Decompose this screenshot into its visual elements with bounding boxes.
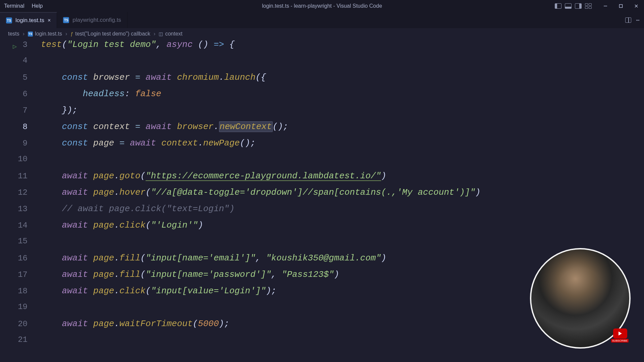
window-controls bbox=[555, 0, 644, 12]
line-number: 5 bbox=[10, 73, 41, 82]
line-number: 6 bbox=[10, 89, 41, 99]
line-number: 9 bbox=[10, 139, 41, 148]
line-number: 7 bbox=[10, 106, 41, 115]
code-line[interactable]: 3test("Login test demo", async () => { bbox=[10, 40, 644, 56]
breadcrumb-symbol[interactable]: ◫ context bbox=[159, 31, 182, 37]
menu-terminal[interactable]: Terminal bbox=[4, 3, 24, 9]
menu-bar: Terminal Help bbox=[4, 3, 43, 9]
split-editor-icon[interactable] bbox=[625, 17, 631, 23]
window-title: login.test.ts - learn-playwright - Visua… bbox=[262, 3, 382, 9]
code-line[interactable]: 8 const context = await browser.newConte… bbox=[10, 122, 644, 138]
code-line[interactable]: 15 bbox=[10, 237, 644, 253]
code-line[interactable]: 10 bbox=[10, 155, 644, 171]
code-content[interactable]: const context = await browser.newContext… bbox=[41, 122, 288, 132]
typescript-icon: TS bbox=[28, 32, 33, 37]
line-number: 4 bbox=[10, 56, 41, 65]
line-number: 17 bbox=[10, 270, 41, 279]
layout-grid-icon[interactable] bbox=[585, 3, 592, 9]
line-number: 14 bbox=[10, 221, 41, 230]
code-line[interactable]: 6 headless: false bbox=[10, 89, 644, 105]
code-line[interactable]: 14 await page.click("'Login'") bbox=[10, 220, 644, 237]
line-number: 19 bbox=[10, 302, 41, 311]
line-number: 15 bbox=[10, 237, 41, 246]
line-number: 13 bbox=[10, 204, 41, 214]
code-content[interactable]: headless: false bbox=[41, 89, 161, 99]
layout-right-icon[interactable] bbox=[575, 3, 582, 9]
line-number: 12 bbox=[10, 188, 41, 197]
code-content[interactable]: const browser = await chromium.launch({ bbox=[41, 72, 266, 82]
code-line[interactable]: 12 await page.hover("//a[@data-toggle='d… bbox=[10, 187, 644, 204]
svg-rect-1 bbox=[620, 5, 623, 8]
chevron-right-icon: › bbox=[23, 31, 24, 37]
code-content[interactable]: await page.click("'Login'") bbox=[41, 220, 203, 230]
code-content[interactable]: // await page.click("text=Login") bbox=[41, 204, 234, 214]
line-number: 10 bbox=[10, 155, 41, 164]
typescript-icon: TS bbox=[6, 17, 12, 23]
chevron-right-icon: › bbox=[154, 31, 155, 37]
code-line[interactable]: 7 }); bbox=[10, 105, 644, 122]
code-content[interactable]: await page.fill("input[name='email']", "… bbox=[41, 253, 386, 263]
youtube-subscribe-icon[interactable] bbox=[613, 328, 627, 339]
code-line[interactable]: 5 const browser = await chromium.launch(… bbox=[10, 72, 644, 89]
titlebar: Terminal Help login.test.ts - learn-play… bbox=[0, 0, 644, 12]
line-number: 11 bbox=[10, 172, 41, 181]
code-content[interactable]: test("Login test demo", async () => { bbox=[41, 40, 234, 50]
close-icon[interactable]: × bbox=[48, 17, 51, 23]
more-actions-icon[interactable]: ⋯ bbox=[636, 16, 640, 24]
breadcrumb-symbol[interactable]: ƒ test("Login test demo") callback bbox=[70, 31, 150, 37]
code-content[interactable]: await page.goto("https://ecommerce-playg… bbox=[41, 171, 386, 181]
code-content[interactable]: }); bbox=[41, 105, 77, 115]
chevron-right-icon: › bbox=[65, 31, 67, 37]
menu-help[interactable]: Help bbox=[32, 3, 43, 9]
code-content[interactable]: await page.click("input[value='Login']")… bbox=[41, 286, 276, 296]
line-number: 18 bbox=[10, 287, 41, 296]
layout-bottom-icon[interactable] bbox=[565, 3, 572, 9]
tab-playwright-config[interactable]: TS playwright.config.ts bbox=[57, 12, 127, 28]
tab-label: playwright.config.ts bbox=[72, 17, 121, 23]
code-line[interactable]: 13 // await page.click("text=Login") bbox=[10, 204, 644, 220]
maximize-button[interactable] bbox=[613, 0, 629, 12]
run-test-icon[interactable]: ▷ bbox=[13, 42, 17, 51]
line-number: 8 bbox=[10, 122, 41, 131]
code-content[interactable]: await page.waitForTimeout(5000); bbox=[41, 319, 229, 329]
breadcrumb-file[interactable]: TS login.test.ts bbox=[28, 31, 62, 37]
close-button[interactable] bbox=[629, 0, 644, 12]
code-line[interactable]: 11 await page.goto("https://ecommerce-pl… bbox=[10, 171, 644, 187]
code-content[interactable]: const page = await context.newPage(); bbox=[41, 138, 256, 148]
line-number: 21 bbox=[10, 335, 41, 344]
breadcrumb[interactable]: tests › TS login.test.ts › ƒ test("Login… bbox=[0, 28, 644, 40]
tab-login-test[interactable]: TS login.test.ts × bbox=[0, 12, 57, 28]
minimize-button[interactable] bbox=[598, 0, 613, 12]
line-number: 20 bbox=[10, 319, 41, 328]
code-content[interactable]: await page.fill("input[name='password']"… bbox=[41, 269, 339, 280]
youtube-subscribe-label: SUBSCRIBE bbox=[611, 339, 629, 343]
tab-bar: TS login.test.ts × TS playwright.config.… bbox=[0, 12, 644, 28]
variable-icon: ◫ bbox=[159, 31, 163, 37]
code-line[interactable]: 4 bbox=[10, 56, 644, 72]
typescript-icon: TS bbox=[63, 17, 69, 23]
layout-left-icon[interactable] bbox=[555, 3, 561, 9]
breadcrumb-folder[interactable]: tests bbox=[8, 31, 19, 37]
line-number: 16 bbox=[10, 254, 41, 263]
tab-label: login.test.ts bbox=[15, 17, 44, 24]
method-icon: ƒ bbox=[70, 31, 73, 37]
code-content[interactable]: await page.hover("//a[@data-toggle='drop… bbox=[41, 187, 481, 197]
code-line[interactable]: 9 const page = await context.newPage(); bbox=[10, 138, 644, 155]
